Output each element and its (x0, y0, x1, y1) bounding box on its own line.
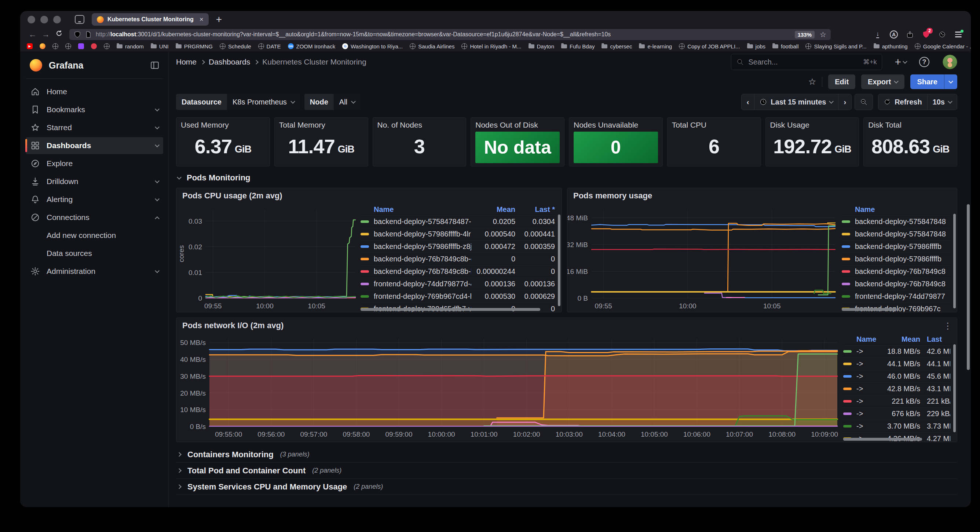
user-avatar[interactable] (943, 55, 957, 69)
share-dropdown-button[interactable] (944, 75, 957, 89)
legend-row[interactable]: backend-deploy-575847848 (842, 215, 950, 228)
series-name[interactable]: backend-deploy-76b7849c8b-cw499 (374, 255, 471, 263)
grafana-logo[interactable] (30, 59, 42, 71)
chevron-down-icon[interactable] (155, 143, 159, 148)
bookmark-item[interactable]: PRGRMNG (176, 43, 213, 49)
menu-hamburger-icon[interactable] (952, 29, 965, 40)
legend-horizontal-scrollbar[interactable] (843, 438, 922, 441)
legend-horizontal-scrollbar[interactable] (842, 308, 897, 311)
series-name[interactable]: backend-deploy-57986ffffb-z8j7q (374, 242, 471, 251)
legend-row[interactable]: backend-deploy-76b7849c8 (842, 265, 950, 278)
legend-row[interactable]: backend-deploy-57986ffffb-z8j7q0.0004720… (361, 240, 555, 253)
zoom-level-badge[interactable]: 133% (795, 31, 815, 38)
new-tab-button[interactable]: + (216, 14, 222, 25)
sidebar-item-bookmarks[interactable]: Bookmarks (26, 101, 163, 118)
stat-panel-total-cpu[interactable]: Total CPU6 (667, 118, 761, 167)
bookmark-item[interactable]: e-learning (639, 43, 672, 49)
chevron-down-icon[interactable] (155, 197, 159, 201)
legend-vertical-scrollbar[interactable] (953, 214, 956, 308)
legend-row[interactable]: ->221 kB/s221 kB/s (843, 395, 950, 407)
legend-row[interactable]: backend-deploy-57986ffffb (842, 253, 950, 265)
datasource-select[interactable]: K8s Prometheus (227, 94, 300, 110)
legend-row[interactable]: backend-deploy-57986ffffb (842, 240, 950, 253)
series-name[interactable]: backend-deploy-76b7849c8 (855, 280, 950, 288)
bookmark-item[interactable]: Dayton (528, 43, 555, 49)
bookmark-item[interactable]: Fufu Bday (561, 43, 595, 49)
time-range-picker[interactable]: Last 15 minutes (754, 94, 838, 110)
back-button[interactable]: ← (26, 30, 39, 39)
series-name[interactable]: -> (856, 347, 878, 356)
bookmark-item[interactable]: Slaying Sigils and P... (805, 43, 866, 49)
forward-button[interactable]: → (39, 30, 52, 39)
page-info-icon[interactable] (85, 31, 92, 38)
bookmark-item[interactable]: Copy of JOB APPLI... (679, 43, 740, 49)
series-name[interactable]: frontend-deploy-74dd79877 (855, 292, 950, 301)
window-close-button[interactable] (27, 16, 35, 24)
bookmark-item[interactable]: UNI (151, 43, 169, 49)
share-button[interactable]: Share (910, 75, 944, 89)
account-icon[interactable]: A (887, 29, 900, 40)
stat-panel-no-of-nodes[interactable]: No. of Nodes3 (372, 118, 466, 167)
bookmark-item[interactable] (65, 43, 71, 49)
chevron-down-icon[interactable] (155, 179, 159, 183)
series-name[interactable]: -> (856, 384, 878, 393)
browser-tab[interactable]: Kubernetes Cluster Monitoring × (92, 13, 209, 25)
chevron-down-icon[interactable] (155, 125, 159, 129)
bookmark-star-icon[interactable]: ☆ (820, 30, 826, 39)
section-pods-monitoring[interactable]: Pods Monitoring (176, 169, 957, 186)
bookmark-item[interactable]: apthunting (873, 43, 908, 49)
breadcrumb-home[interactable]: Home (176, 57, 197, 67)
legend-row[interactable]: frontend-deploy-74dd79877 (842, 290, 950, 302)
series-name[interactable]: frontend-deploy-769b967cd4-h7wsh (374, 292, 471, 301)
series-name[interactable]: backend-deploy-57986ffffb (855, 242, 950, 251)
legend-row[interactable]: ->42.8 MB/s43.1 MB/s (843, 383, 950, 395)
bookmark-item[interactable]: GWashington to Riya... (342, 43, 403, 49)
series-name[interactable]: backend-deploy-76b7849c8b-knzlg (374, 267, 471, 276)
bookmark-item[interactable]: Schedule (220, 43, 251, 49)
legend-vertical-scrollbar[interactable] (953, 344, 956, 432)
legend-row[interactable]: ->44.1 MB/s44.1 MB/s (843, 357, 950, 370)
sidebar-item-explore[interactable]: Explore (26, 155, 163, 172)
sidebar-item-administration[interactable]: Administration (26, 263, 163, 280)
series-name[interactable]: -> (856, 397, 878, 405)
sidebar-item-home[interactable]: Home (26, 83, 163, 100)
url-bar[interactable]: http://localhost:3001/d/1/kubernetes-clu… (69, 29, 831, 40)
edit-button[interactable]: Edit (828, 75, 855, 89)
sidebar-subitem-add-new-connection[interactable]: Add new connection (26, 227, 163, 244)
sidebar-item-starred[interactable]: Starred (26, 119, 163, 136)
zoom-out-button[interactable] (854, 94, 873, 110)
legend-row[interactable]: backend-deploy-5758478487-6r5z60.02050.0… (361, 215, 555, 228)
series-name[interactable]: backend-deploy-575847848 (855, 230, 950, 238)
panel-menu-kebab-icon[interactable]: ⋮ (943, 321, 953, 331)
chevron-up-icon[interactable] (155, 216, 159, 221)
bookmark-item[interactable] (78, 43, 84, 49)
stat-panel-nodes-out-of-disk[interactable]: Nodes Out of DiskNo data (471, 118, 565, 167)
stat-panel-nodes-unavailable[interactable]: Nodes Unavailable0 (569, 118, 663, 167)
shield-icon[interactable] (74, 31, 81, 38)
legend-row[interactable]: backend-deploy-76b7849c8b-cw49900 (361, 253, 555, 265)
firefox-view-icon[interactable] (75, 15, 84, 24)
reload-button[interactable] (52, 30, 66, 39)
series-name[interactable]: backend-deploy-57986ffffb-4lr77 (374, 230, 471, 238)
adblock-shield-icon[interactable]: 2 (920, 29, 933, 40)
sidebar-collapse-icon[interactable] (150, 60, 159, 70)
export-button[interactable]: Export (861, 75, 904, 89)
bookmark-item[interactable]: Google Calendar - ... (915, 43, 971, 49)
downloads-icon[interactable]: ↓ (871, 29, 884, 40)
bookmark-item[interactable]: Hotel in Riyadh - M... (461, 43, 521, 49)
legend-row[interactable]: backend-deploy-575847848 (842, 228, 950, 240)
bookmark-item[interactable] (91, 43, 97, 49)
sidebar-item-drilldown[interactable]: Drilldown (26, 173, 163, 190)
series-name[interactable]: backend-deploy-5758478487-6r5z6 (374, 218, 471, 226)
pods-network-chart[interactable]: 0 B/s10 MB/s20 MB/s30 MB/s40 MB/s50 MB/s… (177, 333, 841, 442)
page-scrollbar[interactable] (967, 204, 970, 370)
bookmark-item[interactable]: zmZOOM Ironhack (288, 43, 336, 49)
window-maximize-button[interactable] (53, 16, 61, 24)
legend-row[interactable]: frontend-deploy-769b967cd4-h7wsh0.000530… (361, 290, 555, 302)
breadcrumb-dashboards[interactable]: Dashboards (209, 57, 250, 67)
sidebar-subitem-data-sources[interactable]: Data sources (26, 245, 163, 262)
time-shift-back-button[interactable]: ‹ (741, 94, 755, 110)
bookmark-item[interactable] (52, 43, 58, 49)
bookmark-item[interactable]: cybersec (601, 43, 632, 49)
stat-panel-disk-total[interactable]: Disk Total808.63GiB (863, 118, 957, 167)
